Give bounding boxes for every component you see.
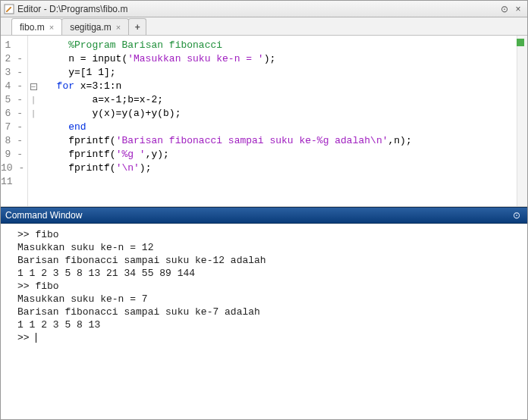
line-number: 9 - — [1, 148, 27, 161]
line-number: 11 — [1, 175, 27, 189]
command-window-title: Command Window — [5, 210, 511, 221]
fold-marker — [28, 121, 39, 134]
editor-titlebar: Editor - D:\Programs\fibo.m ⊙ × — [1, 1, 527, 17]
command-window[interactable]: >> fiboMasukkan suku ke-n = 12Barisan fi… — [1, 224, 527, 419]
code-editor[interactable]: 1 2 -3 -4 -5 -6 -7 -8 -9 -10 -11 –|| %Pr… — [1, 36, 527, 207]
tab-close-icon[interactable]: × — [116, 23, 121, 32]
command-line: Masukkan suku ke-n = 12 — [5, 241, 523, 254]
fold-marker — [28, 175, 39, 189]
line-number: 2 - — [1, 52, 27, 66]
editor-title: Editor - D:\Programs\fibo.m — [17, 4, 495, 14]
command-prompt[interactable]: >> fx — [5, 331, 523, 344]
line-number: 3 - — [1, 66, 27, 80]
fold-marker: | — [28, 107, 39, 121]
fold-marker: | — [28, 93, 39, 107]
code-line[interactable]: end — [45, 121, 527, 134]
text-cursor — [36, 333, 36, 343]
editor-expand-button[interactable]: ⊙ — [498, 3, 511, 15]
command-window-expand-button[interactable]: ⊙ — [511, 209, 523, 221]
command-line: Masukkan suku ke-n = 7 — [5, 293, 523, 306]
fold-marker — [28, 66, 39, 80]
editor-tabs: fibo.m × segitiga.m × + — [1, 17, 527, 36]
tab-fibo[interactable]: fibo.m × — [11, 18, 62, 35]
tab-label: fibo.m — [20, 22, 45, 33]
command-line: Barisan fibonacci sampai suku ke-7 adala… — [5, 306, 523, 318]
line-number: 5 - — [1, 93, 27, 107]
line-number: 8 - — [1, 134, 27, 148]
code-line[interactable]: for x=3:1:n — [45, 80, 527, 93]
code-line[interactable]: y(x)=y(a)+y(b); — [45, 107, 527, 121]
code-line[interactable]: a=x-1;b=x-2; — [45, 93, 527, 107]
editor-close-button[interactable]: × — [512, 3, 524, 15]
plus-icon: + — [135, 22, 140, 33]
command-line: 1 1 2 3 5 8 13 — [5, 318, 523, 331]
fold-marker — [28, 161, 39, 175]
code-line[interactable]: y=[1 1]; — [45, 66, 527, 80]
line-number: 1 — [1, 39, 27, 52]
command-line: 1 1 2 3 5 8 13 21 34 55 89 144 — [5, 267, 523, 280]
code-status-ok-icon — [517, 39, 524, 46]
command-line: >> fibo — [5, 228, 523, 241]
command-line: Barisan fibonacci sampai suku ke-12 adal… — [5, 254, 523, 267]
tab-segitiga[interactable]: segitiga.m × — [61, 18, 129, 35]
fold-marker — [28, 52, 39, 66]
fold-marker — [28, 148, 39, 161]
fold-marker[interactable]: – — [28, 80, 39, 93]
line-number: 10 - — [1, 161, 27, 175]
code-line[interactable]: fprintf('%g ',y); — [45, 148, 527, 161]
fold-marker — [28, 39, 39, 52]
line-number: 6 - — [1, 107, 27, 121]
code-line[interactable] — [45, 175, 527, 189]
pencil-icon — [4, 4, 14, 14]
code-line[interactable]: n = input('Masukkan suku ke-n = '); — [45, 52, 527, 66]
line-number: 7 - — [1, 121, 27, 134]
line-number-gutter: 1 2 -3 -4 -5 -6 -7 -8 -9 -10 -11 — [1, 36, 28, 206]
editor-right-strip — [517, 36, 527, 206]
line-number: 4 - — [1, 80, 27, 93]
code-line[interactable]: fprintf('\n'); — [45, 161, 527, 175]
code-line[interactable]: %Program Barisan fibonacci — [45, 39, 527, 52]
code-fold-gutter: –|| — [28, 36, 39, 206]
tab-add-button[interactable]: + — [128, 18, 146, 35]
command-line: >> fibo — [5, 280, 523, 293]
fold-marker — [28, 134, 39, 148]
code-line[interactable]: fprintf('Barisan fibonacci sampai suku k… — [45, 134, 527, 148]
tab-close-icon[interactable]: × — [49, 23, 54, 32]
command-window-titlebar: Command Window ⊙ — [1, 207, 527, 224]
code-lines[interactable]: %Program Barisan fibonacci n = input('Ma… — [39, 36, 527, 206]
tab-label: segitiga.m — [70, 22, 112, 33]
